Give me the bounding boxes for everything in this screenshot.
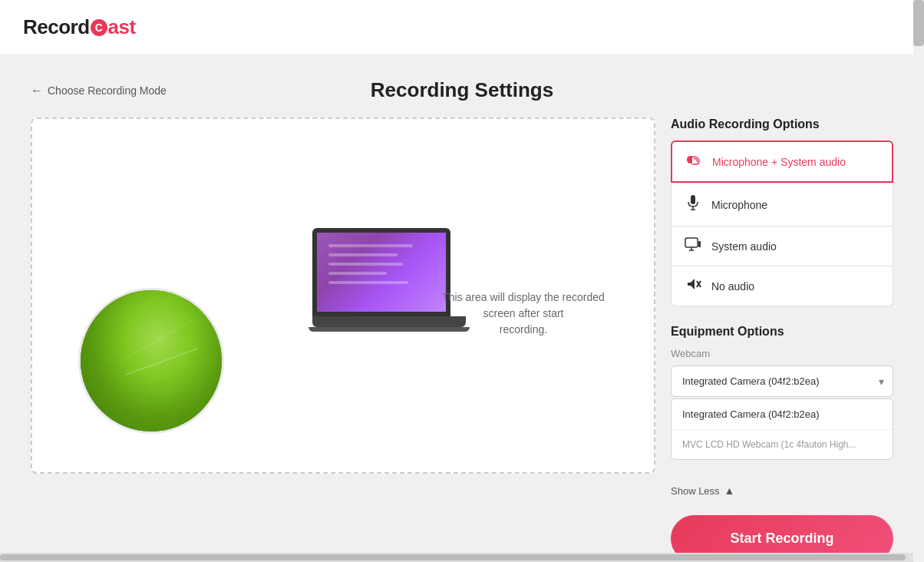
page-title: Recording Settings	[371, 78, 553, 102]
webcam-dropdown[interactable]: Integrated Camera (04f2:b2ea)	[671, 365, 893, 397]
back-arrow-icon: ←	[31, 84, 43, 98]
svg-rect-3	[685, 238, 698, 247]
equipment-section: Equipment Options Webcam Integrated Came…	[671, 325, 893, 460]
mic-system-icon	[685, 153, 703, 170]
webcam-preview	[78, 288, 224, 434]
webcam-dropdown-container: Integrated Camera (04f2:b2ea) ▾	[671, 365, 893, 397]
equipment-section-title: Equipment Options	[671, 325, 893, 339]
preview-message: This area will display the recorded scre…	[439, 289, 608, 338]
webcam-list-item-2[interactable]: MVC LCD HD Webcam (1c 4fauton High...	[672, 430, 893, 459]
audio-option-mic[interactable]: Microphone	[671, 183, 893, 226]
preview-text-content: This area will display the recorded scre…	[442, 291, 605, 336]
audio-option-system-label: System audio	[711, 240, 777, 253]
back-button[interactable]: ← Choose Recording Mode	[31, 84, 167, 98]
webcam-leaf-visual	[81, 290, 222, 431]
audio-option-none[interactable]: No audio	[671, 266, 893, 306]
svg-rect-0	[691, 195, 695, 204]
horizontal-scrollbar-thumb[interactable]	[0, 554, 906, 560]
system-audio-icon	[684, 237, 702, 255]
screen-line-3	[328, 263, 403, 266]
logo-c-icon: C	[91, 19, 107, 36]
audio-options-list: Microphone + System audio Microphone	[671, 140, 893, 306]
audio-option-mic-system[interactable]: Microphone + System audio	[671, 140, 893, 183]
main-content: ← Choose Recording Mode Recording Settin…	[0, 55, 924, 562]
chevron-up-icon: ▲	[724, 484, 735, 497]
svg-rect-6	[698, 241, 701, 247]
audio-section-title: Audio Recording Options	[671, 117, 893, 131]
no-audio-icon	[684, 277, 702, 295]
audio-option-system[interactable]: System audio	[671, 226, 893, 266]
logo: Record C ast	[23, 15, 136, 39]
screen-line-1	[328, 244, 413, 247]
screen-line-2	[328, 253, 398, 256]
webcam-dropdown-list: Integrated Camera (04f2:b2ea) MVC LCD HD…	[671, 398, 893, 460]
webcam-label: Webcam	[671, 348, 893, 359]
show-less-label: Show Less	[671, 485, 720, 497]
right-panel: Audio Recording Options Microphone + Sys…	[671, 117, 893, 562]
content-row: This area will display the recorded scre…	[31, 117, 893, 562]
vertical-scrollbar-thumb[interactable]	[913, 0, 924, 46]
screen-line-5	[328, 281, 408, 284]
vertical-scrollbar[interactable]	[913, 0, 924, 562]
page-header: ← Choose Recording Mode Recording Settin…	[31, 78, 893, 102]
preview-panel: This area will display the recorded scre…	[31, 117, 655, 474]
header: Record C ast	[0, 0, 924, 55]
laptop-screen	[312, 228, 450, 316]
screen-lines	[328, 244, 434, 290]
show-less-button[interactable]: Show Less ▲	[671, 478, 893, 503]
preview-content: This area will display the recorded scre…	[32, 119, 654, 472]
logo-text-record: Record	[23, 15, 90, 39]
screen-line-4	[328, 272, 387, 275]
mic-icon	[684, 194, 702, 215]
audio-option-mic-system-label: Microphone + System audio	[712, 156, 846, 168]
audio-option-none-label: No audio	[711, 280, 754, 293]
audio-option-mic-label: Microphone	[711, 199, 767, 211]
webcam-list-item-1[interactable]: Integrated Camera (04f2:b2ea)	[672, 399, 893, 430]
logo-text-cast: ast	[108, 15, 136, 39]
back-label: Choose Recording Mode	[48, 84, 167, 97]
horizontal-scrollbar[interactable]	[0, 553, 913, 562]
